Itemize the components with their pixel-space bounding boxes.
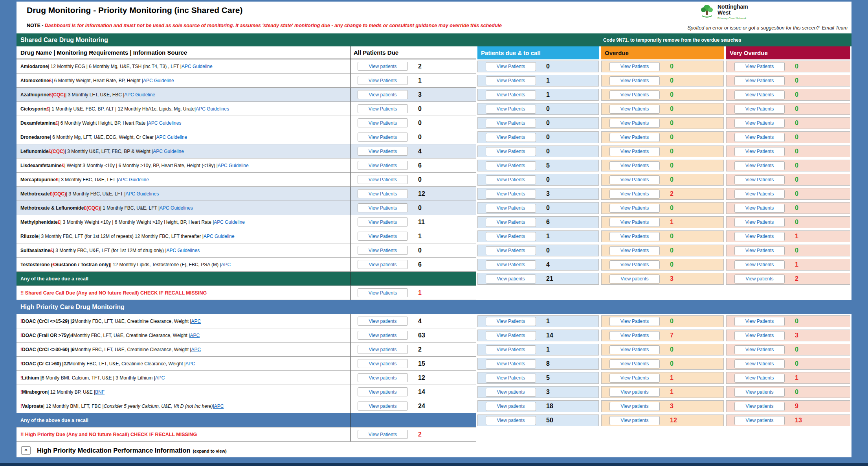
view-patients-button[interactable]: View Patients: [358, 246, 408, 255]
guideline-link[interactable]: APC Guideline: [218, 163, 249, 168]
view-patients-button[interactable]: View patients: [358, 373, 408, 382]
view-patients-button[interactable]: View Patients: [734, 232, 785, 241]
view-patients-button[interactable]: View Patients: [609, 76, 660, 85]
view-patients-button[interactable]: View Patients: [486, 317, 536, 326]
view-patients-button[interactable]: View Patients: [609, 374, 660, 383]
view-patients-button[interactable]: View Patients: [734, 147, 785, 156]
view-patients-button[interactable]: View Patients: [358, 104, 408, 113]
view-patients-button[interactable]: View Patients: [609, 105, 660, 114]
view-patients-button[interactable]: View Patients: [358, 217, 408, 227]
view-patients-button[interactable]: View Patients: [486, 374, 536, 383]
view-patients-button[interactable]: View Patients: [486, 246, 536, 255]
view-patients-button[interactable]: View Patients: [358, 76, 408, 85]
view-patients-button[interactable]: View Patients: [486, 345, 536, 354]
guideline-link[interactable]: APC Guideline: [118, 177, 149, 182]
view-patients-button[interactable]: View Patients: [734, 374, 785, 383]
guideline-link[interactable]: APC: [155, 375, 165, 381]
view-patients-button[interactable]: View Patients: [486, 232, 536, 241]
view-patients-button[interactable]: View Patients: [609, 190, 660, 199]
view-patients-button[interactable]: View Patients: [486, 147, 536, 156]
email-team-link[interactable]: Email Team: [822, 25, 848, 31]
guideline-link[interactable]: APC: [185, 361, 195, 367]
view-patients-button[interactable]: View Patients: [486, 76, 536, 85]
view-patients-button[interactable]: View patients: [358, 402, 408, 411]
view-patients-button[interactable]: View Patients: [609, 62, 660, 71]
view-patients-button[interactable]: View Patients: [609, 175, 660, 184]
guideline-link[interactable]: APC Guideline: [182, 64, 213, 69]
view-patients-button[interactable]: View patients: [734, 402, 785, 411]
guideline-link[interactable]: APC Guidelines: [160, 205, 193, 211]
view-patients-button[interactable]: View Patients: [734, 260, 785, 269]
view-patients-button[interactable]: View Patients: [734, 105, 785, 114]
view-patients-button[interactable]: View Patients: [486, 359, 536, 368]
view-patients-button[interactable]: View Patients: [486, 105, 536, 114]
view-patients-button[interactable]: View patients: [358, 387, 408, 396]
view-patients-button[interactable]: View patients: [358, 345, 408, 354]
view-patients-button[interactable]: View Patients: [486, 175, 536, 184]
view-patients-button[interactable]: View patients: [486, 402, 536, 411]
guideline-link[interactable]: BNF: [95, 389, 105, 395]
guideline-link[interactable]: APC Guidelines: [167, 248, 200, 253]
view-patients-button[interactable]: View Patients: [609, 119, 660, 128]
view-patients-button[interactable]: View Patients: [486, 62, 536, 71]
view-patients-button[interactable]: View Patients: [358, 118, 408, 127]
view-patients-button[interactable]: View Patients: [609, 161, 660, 170]
view-patients-button[interactable]: View Patients: [734, 204, 785, 213]
view-patients-button[interactable]: View patients: [358, 331, 408, 340]
view-patients-button[interactable]: View Patients: [486, 218, 536, 227]
view-patients-button[interactable]: View patients: [609, 274, 660, 284]
guideline-link[interactable]: APC Guideline: [153, 149, 184, 154]
guideline-link[interactable]: APC: [214, 403, 224, 409]
guideline-link[interactable]: APC Guidelines: [125, 191, 159, 197]
view-patients-button[interactable]: View Patients: [609, 345, 660, 354]
view-patients-button[interactable]: View Patients: [734, 246, 785, 255]
guideline-link[interactable]: APC Guidelines: [196, 106, 229, 112]
view-patients-button[interactable]: View patients: [358, 359, 408, 368]
view-patients-button[interactable]: View Patients: [358, 203, 408, 212]
view-patients-button[interactable]: View Patients: [734, 345, 785, 354]
view-patients-button[interactable]: View Patients: [486, 161, 536, 170]
view-patients-button[interactable]: View Patients: [486, 190, 536, 199]
view-patients-button[interactable]: View patients: [358, 317, 408, 326]
view-patients-button[interactable]: View patients: [609, 388, 660, 397]
view-patients-button[interactable]: View Patients: [358, 175, 408, 184]
view-patients-button[interactable]: View Patients: [609, 331, 660, 340]
view-patients-button[interactable]: View Patients: [609, 359, 660, 368]
view-patients-button[interactable]: View Patients: [486, 260, 536, 269]
guideline-link[interactable]: APC: [191, 347, 201, 352]
view-patients-button[interactable]: View patients: [486, 416, 536, 425]
guideline-link[interactable]: APC Guideline: [156, 134, 187, 140]
view-patients-button[interactable]: View Patients: [734, 190, 785, 199]
view-patients-button[interactable]: View Patients: [358, 147, 408, 156]
chevron-up-icon[interactable]: ^: [21, 446, 31, 455]
guideline-link[interactable]: APC: [190, 333, 200, 338]
view-patients-button[interactable]: View Patients: [734, 218, 785, 227]
guideline-link[interactable]: APC Guideline: [124, 92, 155, 98]
view-patients-button[interactable]: View Patients: [734, 331, 785, 340]
view-patients-button[interactable]: View Patients: [734, 175, 785, 184]
view-patients-button[interactable]: View Patients: [609, 317, 660, 326]
view-patients-button[interactable]: View Patients: [486, 204, 536, 213]
view-patients-button[interactable]: View patients: [358, 90, 408, 99]
view-patients-button[interactable]: View patients: [358, 62, 408, 71]
guideline-link[interactable]: APC: [191, 319, 201, 324]
view-patients-button[interactable]: View Patients: [734, 76, 785, 85]
view-patients-button[interactable]: View Patients: [734, 133, 785, 142]
view-patients-button[interactable]: View Patients: [609, 218, 660, 227]
view-patients-button[interactable]: View Patients: [734, 119, 785, 128]
view-patients-button[interactable]: View Patients: [486, 119, 536, 128]
view-patients-button[interactable]: View Patients: [609, 232, 660, 241]
view-patients-button[interactable]: View Patients: [734, 62, 785, 71]
view-patients-button[interactable]: View Patients: [734, 161, 785, 170]
view-patients-button[interactable]: View patients: [609, 416, 660, 425]
view-patients-button[interactable]: View patients: [734, 416, 785, 425]
view-patients-button[interactable]: View patients: [609, 402, 660, 411]
view-patients-button[interactable]: View patients: [486, 388, 536, 397]
view-patients-button[interactable]: View Patients: [609, 90, 660, 99]
view-patients-button[interactable]: View patients: [486, 274, 536, 284]
view-patients-button[interactable]: View Patients: [358, 189, 408, 198]
view-patients-button[interactable]: View Patients: [358, 161, 408, 170]
view-patients-button[interactable]: View patients: [358, 260, 408, 269]
guideline-link[interactable]: APC Guideline: [204, 234, 235, 239]
view-patients-button[interactable]: View Patients: [734, 359, 785, 368]
